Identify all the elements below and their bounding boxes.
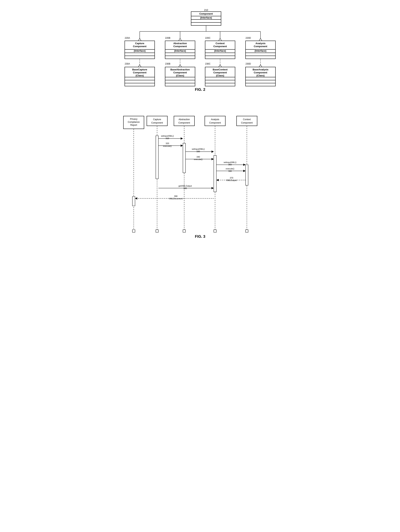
- svg-rect-71: [205, 80, 235, 83]
- svg-marker-13: [219, 38, 222, 41]
- label-220d: 220D: [246, 37, 251, 39]
- svg-text:(Class): (Class): [176, 74, 184, 77]
- svg-rect-126: [183, 230, 185, 232]
- svg-marker-115: [243, 164, 246, 166]
- svg-rect-42: [246, 53, 276, 56]
- svg-text:BaseAnalysis: BaseAnalysis: [252, 68, 268, 71]
- svg-rect-77: [246, 77, 276, 80]
- svg-marker-51: [259, 65, 262, 67]
- capture-interface-box: Capture Component (Interface): [125, 41, 155, 59]
- svg-text:Component: Component: [178, 121, 190, 124]
- svg-text:(Interface): (Interface): [214, 49, 226, 52]
- label-230d: 230D: [246, 63, 251, 65]
- svg-text:(Class): (Class): [135, 74, 144, 77]
- svg-rect-28: [165, 53, 195, 56]
- svg-rect-90: [205, 116, 225, 126]
- msg-350-id: 350: [228, 163, 232, 166]
- msg-370-id: 370: [230, 177, 233, 179]
- svg-rect-79: [246, 83, 276, 86]
- fig2-diagram: 210 Component (Interface) 220A: [120, 4, 281, 107]
- top-component-box: Component (Interface): [191, 12, 221, 25]
- svg-text:Abstraction: Abstraction: [173, 42, 187, 45]
- svg-rect-104: [246, 165, 248, 185]
- svg-text:Component: Component: [173, 71, 187, 74]
- svg-text:Component: Component: [151, 121, 163, 124]
- svg-rect-101: [156, 136, 158, 179]
- msg-380-id: 380: [183, 187, 187, 190]
- msg-360-id: 360: [228, 170, 232, 172]
- svg-text:Component: Component: [133, 45, 146, 48]
- svg-rect-84: [147, 116, 167, 126]
- fig2-svg: 210 Component (Interface) 220A: [120, 7, 281, 105]
- fig2-top-id: 210: [204, 9, 208, 11]
- svg-text:Compliance: Compliance: [128, 121, 140, 123]
- svg-text:Analysis: Analysis: [255, 42, 265, 45]
- label-220c: 220C: [205, 37, 210, 39]
- svg-text:Capture: Capture: [135, 42, 144, 45]
- svg-text:Context: Context: [215, 42, 225, 45]
- svg-rect-70: [205, 77, 235, 80]
- svg-marker-113: [211, 158, 214, 160]
- msg-320-id: 320: [166, 142, 169, 145]
- svg-rect-124: [132, 230, 135, 232]
- svg-text:BaseCapture: BaseCapture: [132, 68, 147, 71]
- msg-360-label: execute(): [226, 168, 234, 170]
- svg-text:(Interface): (Interface): [254, 49, 266, 52]
- msg-390-label: XMLDocument: [169, 197, 183, 200]
- msg-340-label: execute(): [194, 158, 203, 160]
- fig3-svg: Privacy Compliance Report Capture Compon…: [120, 114, 281, 241]
- svg-rect-105: [132, 196, 135, 206]
- baseanalysis-class-box: BaseAnalysis Component (Class): [246, 67, 276, 86]
- svg-text:Component: Component: [133, 71, 146, 74]
- msg-340-id: 340: [196, 156, 200, 158]
- svg-rect-125: [156, 230, 158, 232]
- svg-marker-49: [219, 65, 222, 67]
- svg-text:(Class): (Class): [216, 74, 224, 77]
- svg-rect-22: [125, 56, 155, 59]
- fig2-label: FIG. 2: [195, 87, 205, 92]
- msg-350-label: setinputXML(): [223, 161, 236, 163]
- svg-text:Context: Context: [243, 118, 251, 121]
- svg-marker-45: [138, 65, 141, 67]
- label-230b: 230B: [165, 63, 170, 65]
- svg-rect-58: [125, 83, 155, 86]
- msg-380-label: getXMLOutput: [178, 185, 192, 187]
- svg-marker-15: [259, 38, 262, 41]
- svg-text:Abstraction: Abstraction: [178, 118, 190, 121]
- baseabstraction-class-box: BaseAbstraction Component (Class): [165, 67, 195, 86]
- svg-text:Component: Component: [213, 71, 227, 74]
- svg-marker-47: [178, 65, 182, 67]
- msg-330-label: setInputXML(): [192, 148, 205, 150]
- analysis-interface-box: Analysis Component (Interface): [246, 41, 276, 59]
- svg-text:Component: Component: [213, 45, 227, 48]
- svg-rect-64: [165, 80, 195, 83]
- svg-rect-72: [205, 83, 235, 86]
- svg-rect-127: [214, 230, 216, 232]
- msg-310-label: setinputXML(): [161, 135, 173, 137]
- svg-rect-87: [174, 116, 195, 126]
- svg-rect-4: [191, 19, 221, 22]
- label-230a: 230A: [125, 63, 130, 65]
- fig3-diagram: Privacy Compliance Report Capture Compon…: [120, 112, 281, 243]
- svg-marker-11: [178, 38, 182, 41]
- svg-rect-35: [205, 53, 235, 56]
- svg-rect-5: [191, 22, 221, 25]
- svg-rect-43: [246, 56, 276, 59]
- svg-marker-117: [243, 170, 246, 172]
- svg-marker-121: [211, 187, 214, 189]
- svg-marker-123: [135, 197, 137, 200]
- svg-text:Component: Component: [209, 121, 221, 124]
- svg-text:Component: Component: [254, 45, 267, 48]
- msg-390-id: 390: [174, 195, 177, 197]
- svg-marker-111: [211, 151, 214, 153]
- basecapture-class-box: BaseCapture Component (Class): [125, 67, 155, 86]
- svg-rect-93: [237, 116, 257, 126]
- svg-marker-109: [181, 145, 183, 147]
- svg-rect-56: [125, 77, 155, 80]
- svg-rect-128: [246, 230, 248, 232]
- actor-context: Context Component: [237, 116, 257, 126]
- svg-text:Component: Component: [173, 45, 187, 48]
- label-230c: 230C: [205, 63, 210, 65]
- label-220a: 220A: [125, 37, 130, 39]
- svg-rect-36: [205, 56, 235, 59]
